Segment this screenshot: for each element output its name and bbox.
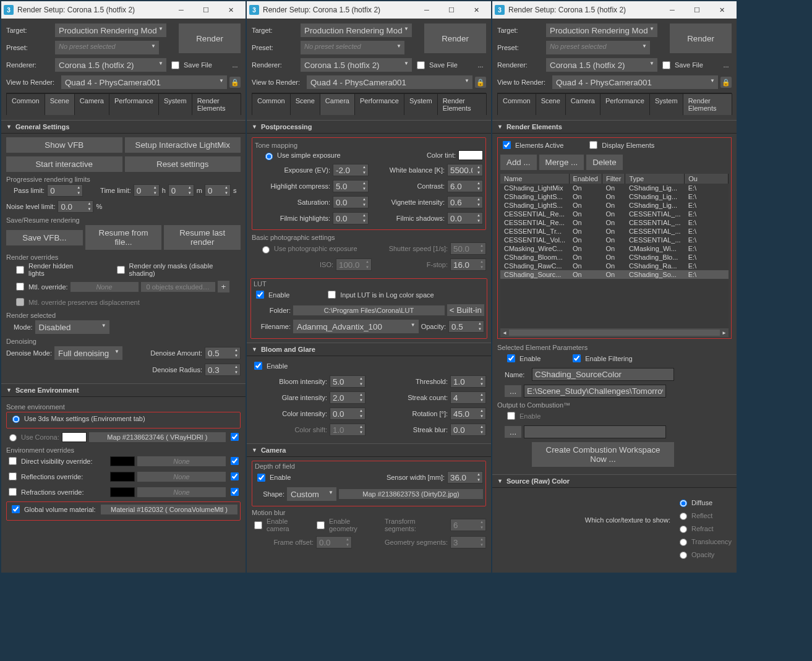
refl-map-slot[interactable]: None [137, 472, 226, 482]
view-dropdown[interactable]: Quad 4 - PhysCamera001 [61, 75, 227, 89]
tm-spinner[interactable] [333, 181, 361, 192]
tab-render-elements[interactable]: Render Elements [192, 93, 241, 115]
savefile-browse[interactable]: ... [475, 61, 486, 69]
tab-system[interactable]: System [158, 93, 192, 115]
refl-swatch[interactable] [110, 472, 135, 482]
lut-builtin-button[interactable]: < Built-in [447, 304, 484, 316]
table-row[interactable]: CESSENTIAL_Re...OnOnCESSENTIAL_...E:\ [500, 218, 729, 227]
col-output[interactable]: Ou [685, 174, 729, 184]
env-map-slot[interactable]: Map #2138623746 ( VRayHDRI ) [89, 432, 226, 442]
mtl-override-checkbox[interactable] [16, 283, 24, 291]
rollout-camera[interactable]: ▼Camera [247, 443, 491, 457]
rollout-postprocessing[interactable]: ▼Postprocessing [247, 120, 491, 134]
save-vfb-button[interactable]: Save VFB... [6, 230, 83, 245]
global-volume-slot[interactable]: Material #162032 ( CoronaVolumeMtl ) [101, 505, 237, 514]
elements-table[interactable]: Name Enabled Filter Type Ou CShading_Lig… [500, 174, 729, 279]
elem-path-input[interactable] [524, 385, 666, 398]
hscrollbar[interactable]: ◄► [500, 328, 729, 337]
refr-override-checkbox[interactable] [9, 488, 17, 496]
resume-last-button[interactable]: Resume last render [164, 225, 241, 250]
lock-icon[interactable]: 🔒 [475, 77, 486, 88]
col-type[interactable]: Type [625, 174, 685, 184]
bloom-spinner[interactable] [330, 376, 357, 387]
mtl-excluded-slot[interactable]: 0 objects excluded… [141, 282, 215, 292]
maximize-button[interactable]: ☐ [685, 1, 709, 19]
minimize-button[interactable]: ─ [660, 1, 685, 19]
maximize-button[interactable]: ☐ [439, 1, 464, 19]
tm-spinner[interactable] [333, 197, 361, 208]
col-enabled[interactable]: Enabled [569, 174, 602, 184]
lut-log-checkbox[interactable] [328, 291, 336, 299]
bloom-spinner[interactable] [451, 408, 478, 419]
color-opacity-radio[interactable] [680, 552, 687, 559]
lut-folder-field[interactable]: C:\Program Files\Corona\LUT [293, 305, 445, 315]
table-row[interactable]: CShading_Sourc...OnOnCShading_So...E:\ [500, 270, 729, 279]
start-interactive-button[interactable]: Start interactive [6, 156, 122, 172]
time-s-spinner[interactable] [205, 185, 223, 196]
time-h-spinner[interactable] [134, 185, 152, 196]
savefile-checkbox[interactable] [171, 61, 179, 69]
rollout-render-elements[interactable]: ▼Render Elements [492, 120, 737, 134]
direct-override-checkbox[interactable] [9, 457, 17, 465]
tab-performance[interactable]: Performance [354, 93, 404, 115]
lut-enable-checkbox[interactable] [256, 291, 264, 299]
photo-exposure-radio[interactable] [262, 246, 270, 254]
target-dropdown[interactable]: Production Rendering Mode [301, 23, 412, 37]
table-row[interactable]: CShading_LightS...OnOnCShading_Lig...E:\ [500, 192, 729, 201]
close-button[interactable]: ✕ [218, 1, 243, 19]
tm-spinner[interactable] [448, 164, 475, 176]
render-button[interactable]: Render [179, 23, 241, 53]
refl-map-enable[interactable] [231, 472, 239, 480]
table-row[interactable]: CShading_RawC...OnOnCShading_Ra...E:\ [500, 262, 729, 270]
preset-dropdown[interactable]: No preset selected [55, 41, 159, 54]
lut-filename-dropdown[interactable]: Adanmq_Advantix_100 [293, 320, 419, 333]
tm-spinner[interactable] [448, 213, 475, 224]
lock-icon[interactable]: 🔒 [720, 77, 732, 88]
hidden-lights-checkbox[interactable] [16, 266, 24, 274]
rollout-general-settings[interactable]: ▼General Settings [1, 120, 246, 134]
minimize-button[interactable]: ─ [169, 1, 194, 19]
elem-enable-checkbox[interactable] [507, 354, 515, 362]
tm-spinner[interactable] [448, 181, 475, 192]
use-corona-radio[interactable] [9, 434, 17, 441]
denoise-amount-spinner[interactable] [205, 348, 233, 359]
tab-system[interactable]: System [404, 93, 438, 115]
table-row[interactable]: CESSENTIAL_Tr...OnOnCESSENTIAL_...E:\ [500, 227, 729, 236]
tab-performance[interactable]: Performance [600, 93, 650, 115]
tab-camera[interactable]: Camera [74, 93, 109, 115]
env-color-swatch[interactable] [62, 432, 87, 442]
target-dropdown[interactable]: Production Rendering Mode [55, 23, 166, 37]
view-dropdown[interactable]: Quad 4 - PhysCamera001 [307, 75, 472, 89]
bloom-spinner[interactable] [451, 376, 478, 387]
table-row[interactable]: CShading_Bloom...OnOnCShading_Blo...E:\ [500, 253, 729, 262]
show-vfb-button[interactable]: Show VFB [6, 137, 122, 153]
denoise-mode-dropdown[interactable]: Full denoising [54, 346, 122, 360]
mtl-override-slot[interactable]: None [71, 282, 139, 292]
tab-performance[interactable]: Performance [109, 93, 159, 115]
render-button[interactable]: Render [424, 23, 486, 53]
elem-filtering-checkbox[interactable] [573, 354, 581, 362]
refr-map-enable[interactable] [231, 488, 239, 496]
render-masks-checkbox[interactable] [117, 266, 125, 274]
global-volume-checkbox[interactable] [12, 505, 20, 513]
elem-name-input[interactable] [532, 368, 674, 381]
table-row[interactable]: CShading_LightS...OnOnCShading_Lig...E:\ [500, 201, 729, 210]
tab-scene[interactable]: Scene [536, 93, 566, 115]
refl-override-checkbox[interactable] [9, 472, 17, 480]
direct-swatch[interactable] [110, 456, 135, 466]
tab-scene[interactable]: Scene [45, 93, 75, 115]
bloom-spinner[interactable] [451, 392, 478, 403]
display-elements-checkbox[interactable] [589, 141, 597, 149]
tm-spinner[interactable] [448, 197, 475, 208]
renderer-dropdown[interactable]: Corona 1.5 (hotfix 2) [546, 58, 657, 72]
tab-render-elements[interactable]: Render Elements [437, 93, 487, 115]
elements-active-checkbox[interactable] [503, 141, 511, 149]
tab-common[interactable]: Common [497, 93, 536, 115]
bloom-spinner[interactable] [330, 408, 357, 419]
mblur-cam-checkbox[interactable] [254, 521, 262, 529]
mtl-add-button[interactable]: + [218, 281, 230, 292]
close-button[interactable]: ✕ [709, 1, 734, 19]
env-map-enable-checkbox[interactable] [231, 433, 239, 441]
passlimit-spinner[interactable] [48, 185, 75, 196]
target-dropdown[interactable]: Production Rendering Mode [546, 23, 657, 37]
